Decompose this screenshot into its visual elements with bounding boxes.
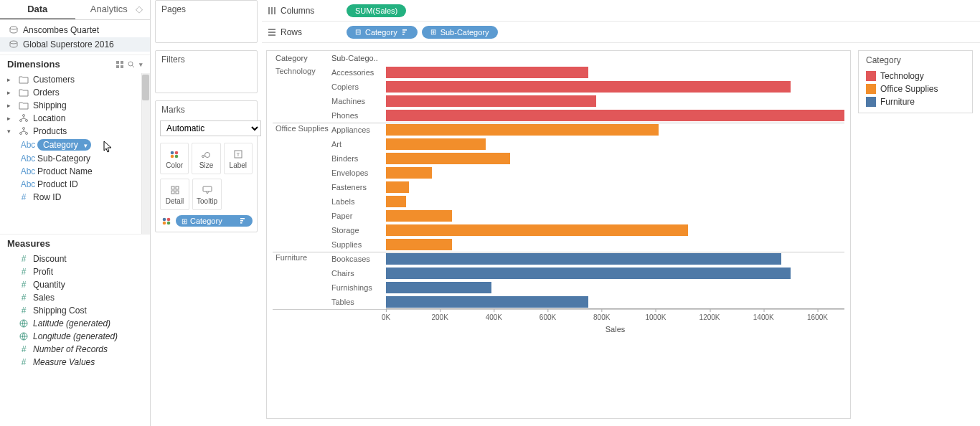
legend-item-technology[interactable]: Technology xyxy=(866,70,965,82)
subcategory-label[interactable]: Storage xyxy=(331,223,386,237)
bar[interactable] xyxy=(386,268,791,279)
datasource-anscombes[interactable]: Anscombes Quartet xyxy=(0,23,150,37)
bar[interactable] xyxy=(386,138,486,150)
bar[interactable] xyxy=(386,81,791,93)
pages-card[interactable]: Pages xyxy=(155,0,258,43)
field-measurevalues[interactable]: #Measure Values xyxy=(0,356,150,369)
field-sales[interactable]: #Sales xyxy=(0,291,150,304)
subcategory-label[interactable]: Labels xyxy=(331,194,386,209)
folder-orders[interactable]: ▸Orders xyxy=(0,86,150,99)
hierarchy-expand-icon[interactable]: ⊞ xyxy=(182,217,187,225)
bar[interactable] xyxy=(386,210,452,222)
color-legend[interactable]: Category Technology Office Supplies Furn… xyxy=(858,50,973,113)
subcategory-label[interactable]: Accessories xyxy=(331,65,386,80)
field-label: Discount xyxy=(33,254,67,264)
tab-analytics[interactable]: Analytics ◇ xyxy=(75,0,151,19)
bar[interactable] xyxy=(386,167,432,179)
bar[interactable] xyxy=(386,110,844,121)
detail-icon xyxy=(169,184,182,196)
marks-detail-button[interactable]: Detail xyxy=(160,179,189,210)
bar[interactable] xyxy=(386,253,781,265)
subcategory-label[interactable]: Furnishings xyxy=(331,280,386,295)
subcategory-label[interactable]: Appliances xyxy=(331,123,386,137)
dropdown-icon[interactable]: ▾ xyxy=(139,61,143,68)
datasource-icon xyxy=(9,25,19,35)
bar[interactable] xyxy=(386,95,596,107)
subcategory-label[interactable]: Supplies xyxy=(331,237,386,252)
bar[interactable] xyxy=(386,282,491,293)
hierarchy-collapse-icon[interactable]: ⊟ xyxy=(355,28,361,36)
axis-title[interactable]: Sales xyxy=(606,325,626,333)
folder-customers[interactable]: ▸Customers xyxy=(0,73,150,86)
subcategory-label[interactable]: Binders xyxy=(331,151,386,166)
svg-point-9 xyxy=(20,120,22,122)
field-profit[interactable]: #Profit xyxy=(0,265,150,278)
bar[interactable] xyxy=(386,153,510,164)
view-grid-icon[interactable] xyxy=(116,61,123,68)
columns-pill-sales[interactable]: SUM(Sales) xyxy=(347,4,406,17)
field-productname[interactable]: AbcProduct Name xyxy=(0,165,150,178)
mark-type-select[interactable]: Automatic xyxy=(160,120,261,136)
header-subcategory[interactable]: Sub-Catego.. xyxy=(331,54,386,62)
subcategory-label[interactable]: Art xyxy=(331,137,386,151)
marks-tooltip-button[interactable]: Tooltip xyxy=(192,179,222,210)
bar[interactable] xyxy=(386,239,452,250)
field-productid[interactable]: AbcProduct ID xyxy=(0,178,150,191)
bar[interactable] xyxy=(386,124,659,136)
analytics-menu-icon[interactable]: ◇ xyxy=(136,4,143,14)
tab-data[interactable]: Data xyxy=(0,0,75,19)
legend-item-furniture[interactable]: Furniture xyxy=(866,95,965,108)
subcategory-label[interactable]: Envelopes xyxy=(331,166,386,180)
category-label[interactable]: Technology xyxy=(275,65,331,123)
rows-pill-category[interactable]: ⊟ Category xyxy=(347,26,418,39)
rows-pill-subcategory[interactable]: ⊞ Sub-Category xyxy=(422,26,498,39)
search-icon[interactable] xyxy=(128,61,135,68)
field-quantity[interactable]: #Quantity xyxy=(0,278,150,291)
subcategory-label[interactable]: Chairs xyxy=(331,266,386,280)
field-shippingcost[interactable]: #Shipping Cost xyxy=(0,304,150,317)
hierarchy-products[interactable]: ▾Products xyxy=(0,125,150,138)
marks-label-button[interactable]: TLabel xyxy=(224,143,253,174)
marks-color-button[interactable]: Color xyxy=(160,143,189,174)
field-category-selected[interactable]: Category ▾ xyxy=(37,139,91,151)
sort-icon[interactable] xyxy=(402,29,409,36)
category-label[interactable]: Furniture xyxy=(275,252,331,309)
field-longitude[interactable]: Longitude (generated) xyxy=(0,330,150,343)
bar[interactable] xyxy=(386,224,688,236)
legend-item-office-supplies[interactable]: Office Supplies xyxy=(866,82,965,95)
hierarchy-expand-icon[interactable]: ⊞ xyxy=(430,28,436,36)
chevron-down-icon[interactable]: ▾ xyxy=(84,142,88,149)
marks-size-button[interactable]: Size xyxy=(192,143,220,174)
subcategory-label[interactable]: Copiers xyxy=(331,80,386,94)
field-subcategory[interactable]: AbcSub-Category xyxy=(0,152,150,165)
field-discount[interactable]: #Discount xyxy=(0,252,150,265)
subcategory-label[interactable]: Machines xyxy=(331,94,386,108)
bar[interactable] xyxy=(386,67,588,78)
field-nrecords[interactable]: #Number of Records xyxy=(0,343,150,356)
field-rowid[interactable]: #Row ID xyxy=(0,191,150,204)
bar[interactable] xyxy=(386,196,406,207)
axis-tick: 800K xyxy=(593,313,610,321)
field-latitude[interactable]: Latitude (generated) xyxy=(0,317,150,330)
header-category[interactable]: Category xyxy=(275,54,331,62)
field-category[interactable]: Abc Category ▾ xyxy=(0,138,150,152)
bar[interactable] xyxy=(386,181,409,193)
marks-color-pill[interactable]: ⊞ Category xyxy=(176,215,253,227)
rows-shelf[interactable]: Rows ⊟ Category ⊞ Sub-Category xyxy=(262,22,980,43)
subcategory-label[interactable]: Phones xyxy=(331,108,386,123)
datasource-global-superstore[interactable]: Global Superstore 2016 xyxy=(0,37,150,52)
x-axis[interactable]: 0K200K400K600K800K1000K1200K1400K1600KSa… xyxy=(386,309,844,341)
folder-icon xyxy=(17,75,30,84)
category-label[interactable]: Office Supplies xyxy=(275,123,331,252)
subcategory-label[interactable]: Paper xyxy=(331,209,386,223)
subcategory-label[interactable]: Bookcases xyxy=(331,252,386,266)
subcategory-label[interactable]: Fasteners xyxy=(331,180,386,194)
bar[interactable] xyxy=(386,296,588,308)
hierarchy-location[interactable]: ▸Location xyxy=(0,112,150,125)
mark-button-label: Tooltip xyxy=(197,197,217,205)
folder-shipping[interactable]: ▸Shipping xyxy=(0,99,150,112)
sort-icon[interactable] xyxy=(240,217,247,224)
subcategory-label[interactable]: Tables xyxy=(331,295,386,309)
columns-shelf[interactable]: Columns SUM(Sales) xyxy=(262,0,980,22)
filters-card[interactable]: Filters xyxy=(155,50,258,93)
